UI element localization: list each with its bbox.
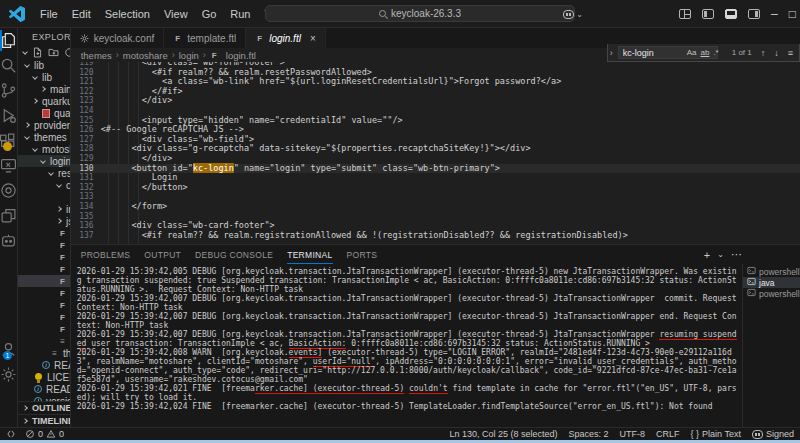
- menu-run[interactable]: Run: [223, 5, 257, 23]
- toggle-replace-button[interactable]: ›: [610, 48, 613, 58]
- status-spaces-2[interactable]: Spaces: 2: [569, 429, 609, 439]
- activity-run-debug[interactable]: [0, 103, 17, 128]
- terminal-instance-java[interactable]: java: [743, 277, 800, 288]
- code-editor[interactable]: 119 <div class="wb-form-footer">120 <#if…: [71, 62, 800, 244]
- activity-source-control[interactable]: [0, 78, 17, 103]
- tree-item-login[interactable]: login: [18, 155, 70, 167]
- problems-indicator[interactable]: 0 0: [25, 429, 64, 439]
- tree-item-frontchannel-logout.ftl[interactable]: Ffrontchannel-logout.ftl: [18, 239, 70, 251]
- panel-tab-problems[interactable]: PROBLEMS: [81, 245, 131, 264]
- chevron-down-icon: [32, 74, 38, 80]
- activity-remote-explorer[interactable]: [0, 153, 17, 178]
- tree-item-providers[interactable]: providers: [18, 119, 70, 131]
- maximize-button[interactable]: □: [789, 7, 796, 21]
- section-timeline[interactable]: TIMELINE: [18, 414, 70, 427]
- panel-more-actions-button[interactable]: ⋯: [731, 248, 742, 261]
- tree-item-readme.md[interactable]: iREADME.md: [18, 383, 70, 395]
- status-ln-130-col-25-8-selected-[interactable]: Ln 130, Col 25 (8 selected): [449, 429, 557, 439]
- activity-extensions[interactable]: [0, 128, 17, 153]
- tree-item-label: resources: [58, 168, 70, 179]
- terminal-instance-powershell[interactable]: powershell: [743, 288, 800, 299]
- tree-item-error.ftl[interactable]: Ferror.ftl: [18, 227, 70, 239]
- tree-item-readme.md[interactable]: iREADME.md: [18, 359, 70, 371]
- panel-tab-output[interactable]: OUTPUT: [144, 245, 181, 264]
- tree-item-img[interactable]: img: [18, 203, 70, 215]
- tree-item-logout.ftl[interactable]: Flogout.ftl: [18, 299, 70, 311]
- activity-explorer[interactable]: [0, 28, 17, 53]
- status-utf-8[interactable]: UTF-8: [620, 429, 646, 439]
- tree-item-login-reset-password.ftl[interactable]: Flogin-reset-password.ftl: [18, 251, 70, 263]
- breadcrumb-motoshare[interactable]: motoshare: [123, 50, 168, 61]
- panel-tab-ports[interactable]: PORTS: [347, 245, 378, 264]
- tab-keycloak.conf[interactable]: keycloak.conf: [71, 28, 165, 48]
- match-case-button[interactable]: Aa: [687, 48, 697, 57]
- customize-layout-button[interactable]: [679, 9, 691, 19]
- command-center-search[interactable]: keycloak-26.3.3: [265, 5, 575, 22]
- tree-item-template.ftl[interactable]: Ftemplate.ftl: [18, 323, 70, 335]
- tree-item-quarkus[interactable]: quarkus: [18, 95, 70, 107]
- toggle-sidebar-button[interactable]: [702, 9, 714, 19]
- new-file-button[interactable]: [32, 47, 43, 58]
- menu-selection[interactable]: Selection: [98, 5, 157, 23]
- status-plain-text[interactable]: { }Plain Text: [691, 429, 741, 439]
- tree-item-themes[interactable]: themes: [18, 131, 70, 143]
- menu-edit[interactable]: Edit: [65, 5, 98, 23]
- tree-item-register.ftl[interactable]: Fregister.ftl: [18, 311, 70, 323]
- tab-login.ftl[interactable]: Flogin.ftl×: [246, 28, 326, 48]
- remote-indicator[interactable]: [6, 429, 16, 439]
- new-terminal-button[interactable]: +: [704, 249, 710, 261]
- tree-item-logout-confirm.ftl[interactable]: Flogout-confirm.ftl: [18, 287, 70, 299]
- tree-item-login.ftl[interactable]: Flogin.ftl: [18, 275, 70, 287]
- activity-search[interactable]: [0, 53, 17, 78]
- panel-tab-terminal[interactable]: TERMINAL: [287, 245, 332, 264]
- menu-view[interactable]: View: [157, 5, 195, 23]
- panel-tab-debug-console[interactable]: DEBUG CONSOLE: [195, 245, 273, 264]
- tree-item-main[interactable]: main: [18, 83, 70, 95]
- find-in-selection-button[interactable]: ≡: [788, 48, 793, 58]
- menu-file[interactable]: File: [33, 5, 65, 23]
- tree-item-resources[interactable]: resources: [18, 167, 70, 179]
- tree-item-theme.properties[interactable]: ≡theme.properties: [18, 335, 70, 347]
- terminal-profile-dropdown-button[interactable]: ⌄: [717, 250, 724, 259]
- activity-copilot-chat[interactable]: [0, 178, 17, 203]
- whole-word-button[interactable]: ab: [700, 48, 709, 57]
- menu-go[interactable]: Go: [195, 5, 224, 23]
- breadcrumb-login[interactable]: login: [179, 50, 199, 61]
- activity-containers[interactable]: [0, 228, 17, 253]
- activity-account[interactable]: 1: [0, 337, 17, 362]
- activity-live-preview[interactable]: [0, 203, 17, 228]
- breadcrumb-themes[interactable]: themes: [81, 50, 112, 61]
- tree-item-login-update-password.ftl[interactable]: Flogin-update-password.ftl: [18, 263, 70, 275]
- toggle-panel-button[interactable]: [725, 9, 737, 19]
- terminal-output[interactable]: 2026-01-29 15:39:42,005 DEBUG [org.keycl…: [71, 264, 742, 427]
- status-signed[interactable]: Signed: [752, 429, 794, 439]
- previous-match-button[interactable]: ↑: [761, 48, 766, 58]
- new-folder-button[interactable]: [48, 47, 59, 58]
- tree-item-theme.properties[interactable]: ≡theme.properties: [18, 347, 70, 359]
- tree-item-login.css[interactable]: #login.css: [18, 191, 70, 203]
- toggle-secondary-sidebar-button[interactable]: [748, 9, 760, 19]
- regex-button[interactable]: .*: [713, 48, 718, 57]
- copilot-menu-button[interactable]: ⌄: [563, 10, 583, 19]
- status-crlf[interactable]: CRLF: [656, 429, 680, 439]
- close-tab-button[interactable]: ×: [310, 33, 316, 44]
- tree-item-js[interactable]: js: [18, 215, 70, 227]
- breadcrumb-file[interactable]: Flogin.ftl: [210, 50, 256, 61]
- tree-item-lib[interactable]: lib: [18, 59, 70, 71]
- activity-settings[interactable]: [0, 362, 17, 387]
- minimize-button[interactable]: –: [771, 7, 778, 21]
- refresh-explorer-button[interactable]: [64, 47, 71, 58]
- terminal-instance-powershell[interactable]: powershell: [743, 266, 800, 277]
- tab-template.ftl[interactable]: Ftemplate.ftl: [164, 28, 246, 48]
- chevron-down-icon: [40, 158, 46, 164]
- explorer-root-folder[interactable]: KEYCLOAK-26.3.3: [18, 45, 70, 59]
- next-match-button[interactable]: ↓: [774, 48, 779, 58]
- tree-item-quarkus-run.jar[interactable]: quarkus-run.jar: [18, 107, 70, 119]
- license-file-icon: [34, 373, 43, 382]
- clock-file-icon: [34, 397, 42, 401]
- tree-item-css[interactable]: css: [18, 179, 70, 191]
- tree-item-motoshare[interactable]: motoshare: [18, 143, 70, 155]
- tree-item-lib[interactable]: lib: [18, 71, 70, 83]
- tree-item-license.txt[interactable]: LICENSE.txt: [18, 371, 70, 383]
- section-outline[interactable]: OUTLINE: [18, 401, 70, 414]
